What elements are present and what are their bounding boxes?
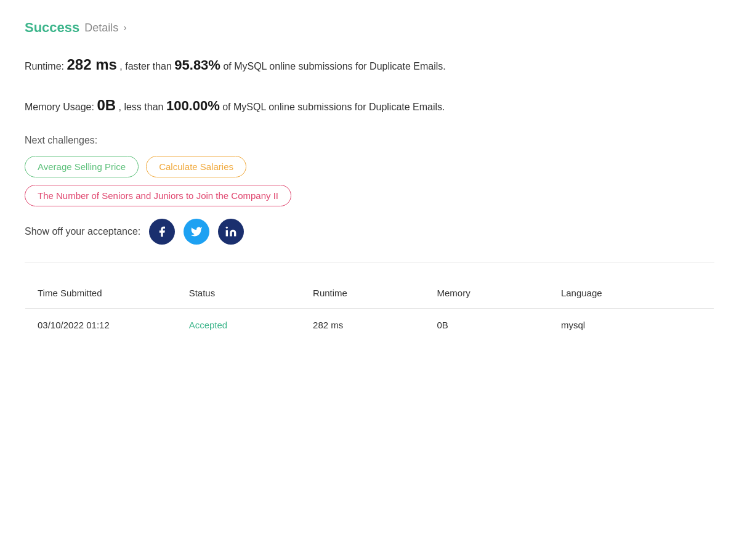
linkedin-icon[interactable] xyxy=(218,219,244,245)
next-challenges-label: Next challenges: xyxy=(25,135,714,146)
status-badge: Accepted xyxy=(189,320,228,330)
col-header-runtime: Runtime xyxy=(301,277,424,308)
challenge-badge-calculate-salaries[interactable]: Calculate Salaries xyxy=(146,156,246,177)
submissions-table: Time Submitted Status Runtime Memory Lan… xyxy=(25,277,714,342)
cell-runtime: 282 ms xyxy=(301,308,424,341)
runtime-suffix: of MySQL online submissions for Duplicat… xyxy=(223,61,445,71)
runtime-percent: 95.83% xyxy=(174,57,220,73)
challenge-badge-average-selling-price[interactable]: Average Selling Price xyxy=(25,156,139,177)
runtime-prefix: Runtime: xyxy=(25,61,64,71)
memory-prefix: Memory Usage: xyxy=(25,102,94,112)
memory-value: 0B xyxy=(97,97,116,113)
chevron-icon: › xyxy=(123,22,126,33)
memory-suffix: of MySQL online submissions for Duplicat… xyxy=(222,102,445,112)
challenges-row-2: The Number of Seniors and Juniors to Joi… xyxy=(25,185,714,206)
table-header: Time Submitted Status Runtime Memory Lan… xyxy=(25,277,714,308)
next-challenges-section: Next challenges: Average Selling Price C… xyxy=(25,135,714,206)
memory-text: Memory Usage: 0B , less than 100.00% of … xyxy=(25,94,714,117)
table-row: 03/10/2022 01:12 Accepted 282 ms 0B mysq… xyxy=(25,308,714,341)
runtime-value: 282 ms xyxy=(67,56,116,73)
memory-percent: 100.00% xyxy=(166,98,220,113)
memory-middle: , less than xyxy=(119,102,164,112)
col-header-time-submitted: Time Submitted xyxy=(25,277,177,308)
section-divider xyxy=(25,262,714,262)
memory-section: Memory Usage: 0B , less than 100.00% of … xyxy=(25,94,714,117)
details-link[interactable]: Details xyxy=(84,22,118,34)
svg-point-0 xyxy=(226,226,228,228)
success-label: Success xyxy=(25,20,79,36)
runtime-middle: , faster than xyxy=(119,61,172,71)
challenges-row-1: Average Selling Price Calculate Salaries xyxy=(25,156,714,177)
breadcrumb: Success Details › xyxy=(25,20,714,36)
col-header-memory: Memory xyxy=(424,277,548,308)
challenge-badge-seniors-juniors[interactable]: The Number of Seniors and Juniors to Joi… xyxy=(25,185,291,206)
runtime-section: Runtime: 282 ms , faster than 95.83% of … xyxy=(25,53,714,76)
col-header-language: Language xyxy=(549,277,714,308)
cell-memory: 0B xyxy=(424,308,548,341)
runtime-text: Runtime: 282 ms , faster than 95.83% of … xyxy=(25,53,714,76)
social-row: Show off your acceptance: xyxy=(25,219,714,245)
facebook-icon[interactable] xyxy=(149,219,175,245)
social-label: Show off your acceptance: xyxy=(25,226,140,237)
col-header-status: Status xyxy=(177,277,301,308)
cell-status: Accepted xyxy=(177,308,301,341)
cell-language: mysql xyxy=(549,308,714,341)
cell-time-submitted: 03/10/2022 01:12 xyxy=(25,308,177,341)
table-body: 03/10/2022 01:12 Accepted 282 ms 0B mysq… xyxy=(25,308,714,341)
twitter-icon[interactable] xyxy=(184,219,209,245)
